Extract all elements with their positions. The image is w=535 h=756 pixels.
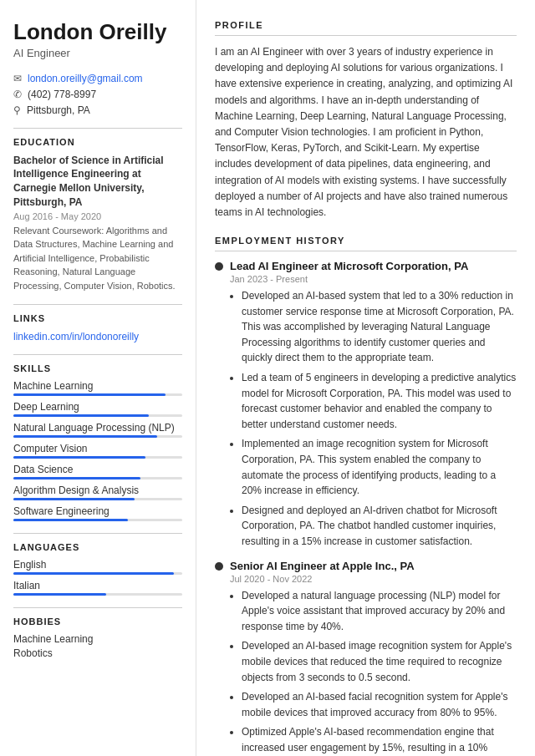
skill-bar-fill — [13, 498, 135, 500]
hobby-item: Robotics — [13, 647, 182, 659]
skill-label: Data Science — [13, 464, 182, 475]
job-bullet: Optimized Apple's AI-based recommendatio… — [242, 724, 517, 756]
skill-bar-bg — [13, 519, 182, 521]
skill-item: Software Engineering — [13, 505, 182, 521]
job-bullet: Led a team of 5 engineers in developing … — [242, 370, 517, 432]
job-title: Lead AI Engineer at Microsoft Corporatio… — [230, 260, 468, 272]
languages-list: English Italian — [13, 559, 182, 596]
skill-bar-fill — [13, 456, 145, 459]
skills-section-title: SKILLS — [13, 363, 182, 373]
skill-label: Algorithm Design & Analysis — [13, 485, 182, 496]
email-icon: ✉ — [13, 73, 22, 84]
skill-label: Deep Learning — [13, 401, 182, 413]
profile-section-title: PROFILE — [215, 20, 517, 30]
jobs-list: Lead AI Engineer at Microsoft Corporatio… — [215, 260, 517, 756]
job-dot — [215, 562, 223, 571]
hobby-item: Machine Learning — [13, 633, 182, 645]
language-bar-fill — [13, 593, 106, 596]
languages-section-title: LANGUAGES — [13, 542, 182, 552]
job-header: Lead AI Engineer at Microsoft Corporatio… — [215, 260, 517, 272]
language-item: Italian — [13, 580, 182, 596]
language-bar-bg — [13, 593, 182, 596]
job-date: Jan 2023 - Present — [230, 274, 517, 284]
hobbies-divider — [13, 607, 182, 608]
contact-email: ✉ london.oreilly@gmail.com — [13, 73, 182, 84]
job-bullets: Developed an AI-based system that led to… — [230, 288, 517, 550]
job-header: Senior AI Engineer at Apple Inc., PA — [215, 560, 517, 572]
candidate-name: London Oreilly — [13, 20, 182, 44]
job-bullet: Developed an AI-based facial recognition… — [242, 689, 517, 720]
job-bullets: Developed a natural language processing … — [230, 588, 517, 756]
skill-bar-fill — [13, 414, 149, 417]
profile-divider — [215, 35, 517, 36]
skill-bar-bg — [13, 435, 182, 438]
linkedin-link-container: linkedin.com/in/londonoreilly — [13, 330, 182, 342]
linkedin-link[interactable]: linkedin.com/in/londonoreilly — [13, 331, 139, 342]
skill-bar-bg — [13, 498, 182, 500]
job-date: Jul 2020 - Nov 2022 — [230, 574, 517, 584]
skill-item: Machine Learning — [13, 380, 182, 396]
employment-section-title: EMPLOYMENT HISTORY — [215, 236, 517, 246]
skill-bar-bg — [13, 414, 182, 417]
phone-icon: ✆ — [13, 89, 22, 100]
language-label: Italian — [13, 580, 182, 591]
hobbies-section-title: HOBBIES — [13, 616, 182, 627]
job-bullet: Developed an AI-based image recognition … — [242, 638, 517, 685]
skills-divider — [13, 354, 182, 355]
skill-item: Algorithm Design & Analysis — [13, 485, 182, 500]
skill-item: Data Science — [13, 464, 182, 479]
job-entry: Lead AI Engineer at Microsoft Corporatio… — [215, 260, 517, 550]
skills-list: Machine Learning Deep Learning Natural L… — [13, 380, 182, 521]
language-label: English — [13, 559, 182, 571]
job-entry: Senior AI Engineer at Apple Inc., PA Jul… — [215, 560, 517, 756]
education-coursework: Relevant Coursework: Algorithms and Data… — [13, 224, 182, 293]
education-divider — [13, 128, 182, 129]
candidate-title: AI Engineer — [13, 47, 182, 59]
education-degree: Bachelor of Science in Artificial Intell… — [13, 154, 182, 210]
skill-item: Natural Language Processing (NLP) — [13, 422, 182, 438]
languages-divider — [13, 533, 182, 534]
skill-bar-fill — [13, 519, 128, 521]
skill-item: Computer Vision — [13, 443, 182, 459]
email-link[interactable]: london.oreilly@gmail.com — [28, 73, 143, 84]
phone-text: (402) 778-8997 — [28, 89, 96, 100]
skill-item: Deep Learning — [13, 401, 182, 417]
skill-bar-bg — [13, 477, 182, 479]
skill-label: Computer Vision — [13, 443, 182, 454]
skill-label: Software Engineering — [13, 505, 182, 517]
job-bullet: Implemented an image recognition system … — [242, 436, 517, 498]
hobbies-list: Machine LearningRobotics — [13, 633, 182, 659]
skill-label: Machine Learning — [13, 380, 182, 392]
skill-bar-fill — [13, 477, 140, 479]
job-bullet: Designed and deployed an AI-driven chatb… — [242, 503, 517, 550]
sidebar: London Oreilly AI Engineer ✉ london.orei… — [0, 0, 196, 756]
job-bullet: Developed a natural language processing … — [242, 588, 517, 635]
job-dot — [215, 262, 223, 271]
job-title: Senior AI Engineer at Apple Inc., PA — [230, 560, 415, 572]
skill-bar-fill — [13, 393, 166, 396]
education-date: Aug 2016 - May 2020 — [13, 211, 182, 221]
contact-phone: ✆ (402) 778-8997 — [13, 89, 182, 100]
main-content: PROFILE I am an AI Engineer with over 3 … — [196, 0, 535, 756]
employment-divider — [215, 251, 517, 251]
skill-bar-bg — [13, 456, 182, 459]
skill-label: Natural Language Processing (NLP) — [13, 422, 182, 434]
language-bar-fill — [13, 572, 174, 575]
skill-bar-fill — [13, 435, 157, 438]
links-section-title: LINKS — [13, 313, 182, 323]
links-divider — [13, 304, 182, 305]
location-text: Pittsburgh, PA — [27, 104, 90, 116]
contact-location: ⚲ Pittsburgh, PA — [13, 104, 182, 116]
job-bullet: Developed an AI-based system that led to… — [242, 288, 517, 366]
education-section-title: EDUCATION — [13, 137, 182, 147]
language-bar-bg — [13, 572, 182, 575]
profile-text: I am an AI Engineer with over 3 years of… — [215, 44, 517, 221]
language-item: English — [13, 559, 182, 575]
skill-bar-bg — [13, 393, 182, 396]
location-icon: ⚲ — [13, 104, 21, 116]
